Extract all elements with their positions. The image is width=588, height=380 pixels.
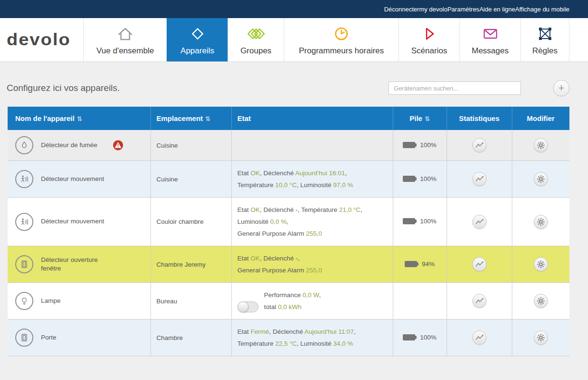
statistics-cell [447, 198, 512, 246]
sort-icon[interactable]: ⇅ [425, 115, 430, 122]
power-toggle[interactable] [238, 301, 259, 312]
statistics-button[interactable] [472, 138, 487, 152]
name-cell: Lampe [8, 283, 150, 320]
column-header-label: Pile [409, 114, 422, 122]
column-header-nom-de-l-appareil[interactable]: Nom de l'appareil⇅ [8, 107, 150, 130]
motion-sensor-icon [15, 213, 33, 231]
edit-gear-button[interactable] [534, 294, 548, 308]
topbar-link-parametres[interactable]: Paramètres [448, 6, 479, 13]
tab-label: Scénarios [411, 46, 448, 56]
battery-icon [403, 176, 415, 182]
device-name: Porte [41, 333, 56, 342]
add-device-button[interactable]: + [553, 80, 569, 96]
device-name: Détecteur de fumée [41, 141, 98, 150]
device-row-detecteur-mouvement: Détecteur mouvementCuisineEtat OK, Décle… [8, 161, 569, 198]
state-cell: Etat OK, Déclenché -,General Purpose Ala… [231, 246, 393, 283]
topbar: Déconnectermy devoloParamètresAide en li… [0, 0, 588, 18]
table-header-row: Nom de l'appareil⇅Emplacement⇅EtatPile⇅S… [8, 107, 569, 130]
statistics-button[interactable] [472, 257, 487, 271]
column-header-emplacement[interactable]: Emplacement⇅ [150, 107, 231, 130]
modify-cell [512, 130, 569, 161]
motion-sensor-icon [15, 170, 33, 188]
battery-cell: 100% [393, 320, 447, 356]
tab-messages[interactable]: Messages [459, 18, 520, 61]
edit-gear-button[interactable] [534, 215, 548, 229]
device-row-detecteur-mouvement: Détecteur mouvementCouloir chambreEtat O… [8, 198, 569, 246]
location-cell: Cuisine [150, 161, 231, 198]
nav-tabs: Vue d'ensembleAppareilsGroupesProgrammeu… [83, 18, 569, 61]
tab-appareils[interactable]: Appareils [167, 18, 228, 61]
column-header-label: Etat [238, 114, 251, 122]
device-row-lampe: LampeBureauPerformance 0,0 W,total 0,0 k… [8, 283, 569, 320]
modify-cell [512, 161, 569, 198]
location-cell: Chambre [150, 320, 231, 356]
alert-icon[interactable] [113, 140, 123, 150]
tab-regles[interactable]: Règles [520, 18, 569, 61]
statistics-button[interactable] [472, 215, 487, 229]
devices-diamond-icon [188, 25, 207, 43]
statistics-cell [447, 283, 512, 320]
edit-gear-button[interactable] [534, 257, 548, 271]
edit-gear-button[interactable] [534, 330, 548, 345]
battery-level: 100% [420, 141, 437, 149]
battery-level: 100% [420, 218, 437, 225]
battery-level: 100% [420, 175, 437, 182]
battery-icon [405, 261, 417, 267]
toggle-knob [238, 301, 249, 312]
content-area: Configurez ici vos appareils. + Nom de l… [0, 62, 588, 380]
devolo-logo: devolo [7, 30, 70, 50]
tab-groupes[interactable]: Groupes [228, 18, 284, 61]
topbar-link-my-devolo[interactable]: my devolo [419, 6, 447, 13]
state-cell [231, 130, 393, 161]
window-sensor-icon [15, 255, 33, 273]
device-name: Détecteur mouvement [41, 175, 104, 183]
battery-cell [393, 283, 447, 320]
device-name: Détecteur mouvement [41, 217, 104, 226]
column-header-label: Modifier [527, 114, 555, 122]
sort-icon[interactable]: ⇅ [77, 115, 82, 122]
statistics-cell [447, 161, 512, 198]
column-header-statistiques: Statistiques [447, 107, 512, 130]
state-cell: Etat OK, Déclenché Aujourd'hui 16:01,Tem… [231, 161, 393, 198]
topbar-link-affichage-du-mobile[interactable]: Affichage du mobile [515, 6, 569, 13]
tab-label: Règles [532, 46, 558, 56]
edit-gear-button[interactable] [534, 172, 548, 186]
topbar-link-aide-en-ligne[interactable]: Aide en ligne [479, 6, 515, 13]
statistics-button[interactable] [472, 294, 487, 308]
battery-level: 100% [420, 334, 437, 341]
statistics-cell [447, 320, 512, 356]
scenarios-play-icon [420, 25, 439, 43]
tab-programmeurs-horaires[interactable]: Programmeurs horaires [284, 18, 399, 61]
device-name: Détecteur ouverture fenêtre [41, 256, 112, 273]
header-right: + [389, 80, 569, 96]
timer-clock-icon [332, 25, 351, 43]
statistics-button[interactable] [472, 330, 487, 345]
tab-label: Groupes [240, 46, 271, 56]
battery-cell: 94% [393, 246, 447, 283]
messages-envelope-icon [481, 25, 500, 43]
column-header-etat: Etat [231, 107, 393, 130]
home-icon [116, 25, 135, 43]
battery-icon [403, 218, 415, 224]
state-cell: Etat Fermé, Déclenché Aujourd'hui 11:07,… [231, 320, 393, 356]
edit-gear-button[interactable] [534, 138, 548, 152]
battery-cell: 100% [393, 130, 447, 161]
statistics-button[interactable] [472, 172, 487, 186]
battery-cell: 100% [393, 161, 447, 198]
lamp-icon [15, 292, 33, 310]
tab-vue-d-ensemble[interactable]: Vue d'ensemble [83, 18, 167, 61]
tab-scenarios[interactable]: Scénarios [399, 18, 459, 61]
search-input[interactable] [389, 81, 521, 95]
column-header-label: Nom de l'appareil [15, 114, 74, 122]
location-cell: Chambre Jeremy [150, 246, 231, 283]
location-cell: Cuisine [150, 130, 231, 161]
column-header-modifier: Modifier [512, 107, 569, 130]
column-header-pile[interactable]: Pile⇅ [393, 107, 447, 130]
device-table-body: Détecteur de fuméeCuisine100%Détecteur m… [8, 130, 569, 356]
battery-icon [403, 334, 415, 340]
topbar-links: Déconnectermy devoloParamètresAide en li… [384, 5, 569, 13]
name-cell: Détecteur mouvement [8, 198, 150, 246]
sort-icon[interactable]: ⇅ [205, 115, 210, 122]
modify-cell [512, 246, 569, 283]
topbar-link-deconnecter[interactable]: Déconnecter [384, 6, 419, 13]
